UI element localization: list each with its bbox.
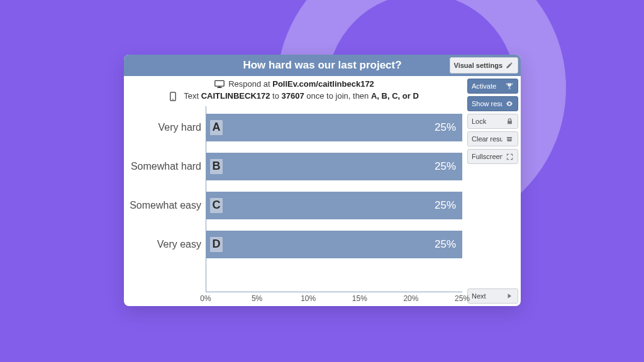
svg-rect-2 — [217, 87, 222, 88]
bar-value-label: 25% — [435, 199, 462, 212]
bar-category-label: Very hard — [128, 122, 206, 133]
sidebar: Activate Show results Lock Clear results — [465, 76, 521, 306]
poll-card: How hard was our last project? Visual se… — [124, 55, 521, 306]
bar-letter: C — [210, 198, 223, 213]
chart-area: Very hardA25%Somewhat hardB25%Somewhat e… — [124, 106, 465, 306]
monitor-icon — [214, 80, 225, 89]
expand-icon — [505, 152, 514, 161]
x-axis-tick: 25% — [455, 294, 470, 303]
bar-value-label: 25% — [435, 121, 462, 134]
bar-row: Very easyD25% — [206, 231, 462, 258]
bar-row: Somewhat hardB25% — [206, 153, 462, 180]
eye-icon — [505, 99, 514, 108]
activate-button[interactable]: Activate — [467, 79, 518, 94]
lock-label: Lock — [472, 118, 502, 125]
title-bar: How hard was our last project? Visual se… — [124, 55, 521, 76]
activate-label: Activate — [472, 82, 502, 90]
bar-row: Somewhat easyC25% — [206, 192, 462, 219]
bar-row: Very hardA25% — [206, 114, 462, 141]
main-panel: Respond at PollEv.com/caitlinbeck172 Tex… — [124, 76, 465, 306]
x-axis-tick: 20% — [403, 294, 418, 303]
bar: B25% — [206, 153, 462, 180]
svg-rect-0 — [215, 81, 224, 87]
poll-title: How hard was our last project? — [243, 59, 401, 72]
svg-point-4 — [172, 99, 174, 101]
x-axis-tick: 15% — [352, 294, 367, 303]
play-icon — [505, 292, 514, 300]
instructions: Respond at PollEv.com/caitlinbeck172 Tex… — [124, 76, 465, 106]
lock-icon — [505, 117, 514, 126]
sms-text: Text CAITLINBECK172 to 37607 once to joi… — [184, 90, 419, 102]
svg-rect-7 — [509, 139, 511, 140]
lock-button[interactable]: Lock — [467, 114, 518, 129]
bar-category-label: Very easy — [128, 239, 206, 250]
phone-icon — [170, 92, 180, 101]
fullscreen-label: Fullscreen — [472, 153, 502, 160]
x-axis: 0%5%10%15%20%25% — [206, 292, 462, 306]
svg-rect-5 — [507, 137, 512, 138]
visual-settings-button[interactable]: Visual settings — [450, 57, 518, 74]
x-axis-tick: 5% — [252, 294, 262, 303]
pencil-icon — [505, 61, 514, 70]
respond-text: Respond at PollEv.com/caitlinbeck172 — [228, 79, 374, 90]
bar-value-label: 25% — [435, 160, 462, 173]
clear-results-label: Clear results — [472, 135, 502, 143]
content-area: Respond at PollEv.com/caitlinbeck172 Tex… — [124, 76, 521, 306]
bar-value-label: 25% — [435, 238, 462, 251]
bar-category-label: Somewhat hard — [128, 161, 206, 172]
bar: D25% — [206, 231, 462, 258]
clear-results-button[interactable]: Clear results — [467, 131, 518, 146]
x-axis-tick: 0% — [200, 294, 211, 303]
bar: A25% — [206, 114, 462, 141]
trophy-icon — [505, 82, 514, 90]
show-results-label: Show results — [472, 100, 502, 107]
svg-rect-6 — [508, 138, 512, 141]
show-results-button[interactable]: Show results — [467, 96, 518, 111]
visual-settings-label: Visual settings — [454, 62, 502, 69]
plot-region: Very hardA25%Somewhat hardB25%Somewhat e… — [206, 106, 462, 292]
x-axis-tick: 10% — [301, 294, 316, 303]
bar: C25% — [206, 192, 462, 219]
bar-category-label: Somewhat easy — [128, 200, 206, 211]
bar-letter: D — [210, 237, 223, 252]
bar-letter: B — [210, 159, 223, 174]
bar-letter: A — [210, 120, 223, 135]
next-label: Next — [472, 292, 502, 300]
archive-icon — [505, 134, 514, 143]
fullscreen-button[interactable]: Fullscreen — [467, 149, 518, 164]
next-button[interactable]: Next — [467, 288, 518, 304]
